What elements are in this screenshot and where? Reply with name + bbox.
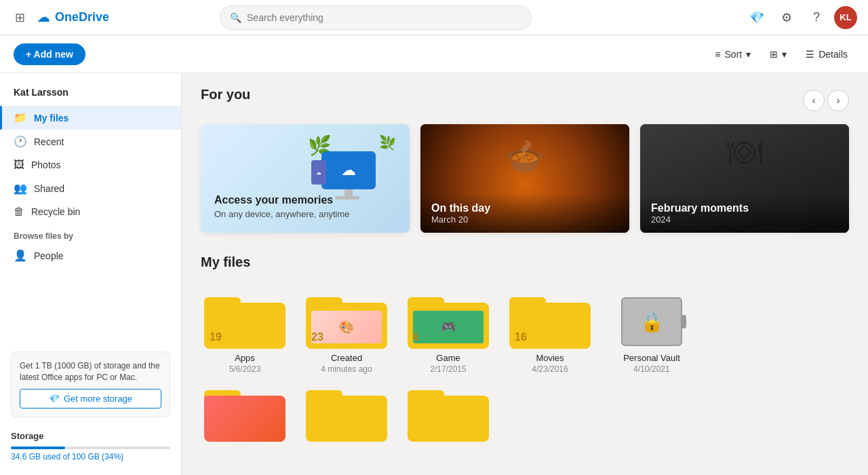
february-title: February moments: [651, 202, 838, 214]
storage-label: Storage: [0, 425, 181, 444]
on-this-day-card[interactable]: 🍲 On this day March 20: [420, 124, 629, 233]
sidebar-item-people[interactable]: 👤 People: [0, 244, 181, 267]
settings-button[interactable]: ⚙: [774, 5, 799, 30]
folder-created-date: 4 minutes ago: [321, 364, 372, 374]
shared-icon: 👥: [14, 182, 27, 195]
content-area: For you ‹ › Access your memories On any …: [182, 73, 868, 475]
folder-vault-name: Personal Vault: [623, 353, 680, 363]
folder-movies-icon: 16: [509, 294, 591, 349]
folder-created-icon: 🎨 23: [306, 294, 387, 349]
for-you-title: For you: [201, 87, 250, 102]
add-new-label: + Add new: [26, 49, 73, 60]
folder-movies-name: Movies: [536, 353, 564, 363]
premium-button[interactable]: 💎: [745, 5, 769, 30]
topbar-right: 💎 ⚙ ? KL: [745, 5, 857, 30]
memories-card-title: Access your memories: [214, 194, 396, 206]
folder-created[interactable]: 🎨 23 Created 4 minutes ago: [302, 294, 391, 374]
sidebar-item-recent[interactable]: 🕐 Recent: [0, 130, 181, 153]
actionbar-controls: ≡ Sort ▾ ⊞ ▾ ☰ Details: [708, 45, 854, 64]
avatar-initials: KL: [840, 12, 851, 22]
sidebar-item-people-label: People: [34, 250, 64, 261]
storage-used: 34.6 GB: [11, 452, 41, 461]
folder-apps-date: 5/6/2023: [229, 364, 261, 374]
folder-extra-3-icon: [408, 387, 489, 442]
get-storage-label: Get more storage: [64, 394, 132, 404]
search-input[interactable]: [247, 12, 521, 23]
folder-created-badge: 23: [311, 331, 323, 343]
onedrive-logo-icon: ☁: [37, 10, 50, 25]
diamond-icon: 💎: [49, 394, 60, 404]
next-arrow-button[interactable]: ›: [827, 90, 849, 111]
for-you-header: For you ‹ ›: [201, 87, 849, 113]
get-storage-button[interactable]: 💎 Get more storage: [20, 389, 161, 408]
add-new-button[interactable]: + Add new: [14, 43, 85, 65]
sort-button[interactable]: ≡ Sort ▾: [708, 45, 757, 64]
folder-created-name: Created: [331, 353, 362, 363]
february-overlay: February moments 2024: [640, 194, 849, 233]
sidebar-item-recycle-bin[interactable]: 🗑 Recycle bin: [0, 200, 181, 223]
folder-extra-1[interactable]: [201, 387, 289, 447]
folder-extra-1-icon: [204, 387, 285, 442]
search-bar[interactable]: 🔍: [220, 5, 532, 30]
search-icon: 🔍: [230, 12, 241, 23]
sort-chevron-icon: ▾: [746, 49, 751, 60]
main-layout: Kat Larsson 📁 My files 🕐 Recent 🖼 Photos…: [0, 73, 868, 475]
on-this-day-overlay: On this day March 20: [420, 194, 629, 233]
view-chevron-icon: ▾: [782, 49, 787, 60]
folder-personal-vault[interactable]: 🔒 Personal Vault 4/10/2021: [608, 294, 696, 374]
sidebar-item-my-files[interactable]: 📁 My files: [0, 106, 181, 130]
sidebar-item-recycle-bin-label: Recycle bin: [31, 206, 80, 217]
sidebar-item-photos[interactable]: 🖼 Photos: [0, 153, 181, 176]
february-year: 2024: [651, 214, 838, 225]
storage-text: used of 100 GB (34%): [43, 452, 123, 461]
sort-label: Sort: [725, 49, 743, 60]
app-logo[interactable]: ☁ OneDrive: [37, 10, 109, 25]
storage-bar-background: [11, 446, 170, 449]
details-icon: ☰: [806, 49, 814, 60]
sidebar-spacer: [0, 267, 181, 343]
february-moments-card[interactable]: 🍽 February moments 2024: [640, 124, 849, 233]
folder-apps-name: Apps: [235, 353, 255, 363]
folder-game-icon: 🎮 6: [408, 294, 489, 349]
details-label: Details: [818, 49, 848, 60]
browse-section-header: Browse files by: [0, 223, 181, 244]
folder-game-badge: 6: [413, 331, 419, 343]
memories-card[interactable]: Access your memories On any device, anyw…: [201, 124, 410, 233]
premium-icon: 💎: [749, 10, 764, 25]
my-files-header: My files: [201, 254, 849, 281]
waffle-icon[interactable]: ⊞: [11, 6, 29, 29]
view-button[interactable]: ⊞ ▾: [763, 45, 793, 64]
app-name: OneDrive: [55, 10, 109, 24]
storage-bar-fill: [11, 446, 65, 449]
folder-extra-2[interactable]: [302, 387, 391, 447]
food-icon: 🍲: [505, 138, 545, 176]
people-icon: 👤: [14, 249, 27, 262]
sidebar-item-my-files-label: My files: [34, 113, 68, 124]
folder-game[interactable]: 🎮 6 Game 2/17/2015: [404, 294, 492, 374]
details-button[interactable]: ☰ Details: [799, 45, 854, 64]
folder-game-date: 2/17/2015: [430, 364, 466, 374]
folder-extra-3[interactable]: [404, 387, 492, 447]
photos-icon: 🖼: [14, 159, 24, 171]
folder-movies-date: 4/23/2016: [532, 364, 568, 374]
recycle-bin-icon: 🗑: [14, 206, 24, 218]
sort-icon: ≡: [715, 49, 720, 60]
on-this-day-title: On this day: [431, 202, 618, 214]
folder-movies-badge: 16: [515, 331, 527, 343]
folder-apps-icon: 19: [204, 294, 285, 349]
memories-card-subtitle: On any device, anywhere, anytime: [214, 209, 396, 219]
sidebar-user: Kat Larsson: [0, 81, 181, 106]
prev-arrow-button[interactable]: ‹: [803, 90, 825, 111]
folder-extra-2-icon: [306, 387, 387, 442]
for-you-cards: Access your memories On any device, anyw…: [201, 124, 849, 233]
files-grid: 19 Apps 5/6/2023 🎨 23 Created 4 minutes …: [201, 294, 849, 374]
vault-body: 🔒: [621, 297, 682, 346]
dining-icon: 🍽: [727, 131, 762, 172]
sidebar-item-shared[interactable]: 👥 Shared: [0, 176, 181, 200]
help-icon: ?: [813, 10, 820, 24]
view-icon: ⊞: [770, 49, 778, 60]
help-button[interactable]: ?: [804, 5, 829, 30]
folder-apps[interactable]: 19 Apps 5/6/2023: [201, 294, 289, 374]
avatar[interactable]: KL: [834, 6, 857, 29]
folder-movies[interactable]: 16 Movies 4/23/2016: [506, 294, 594, 374]
